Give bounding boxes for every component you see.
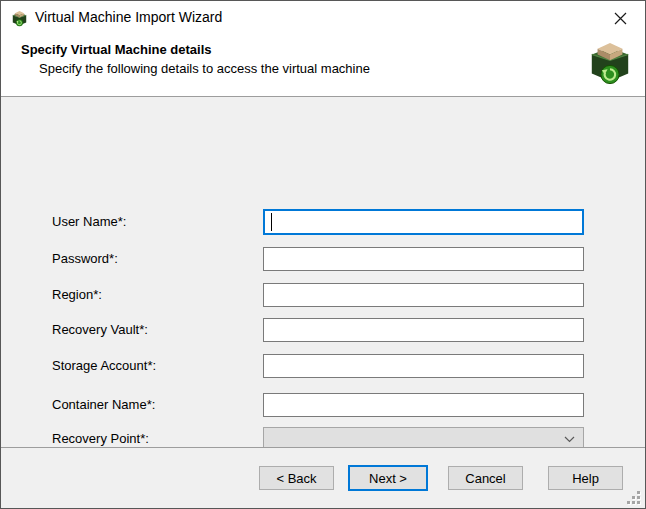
form-row: Storage Account*: bbox=[1, 354, 645, 378]
wizard-header: Specify Virtual Machine details Specify … bbox=[1, 37, 645, 96]
storage-account-input[interactable] bbox=[263, 354, 584, 378]
recovery-vault-input[interactable] bbox=[263, 318, 584, 342]
form-row: Container Name*: bbox=[1, 393, 645, 417]
user-name-label: User Name*: bbox=[52, 209, 126, 235]
app-box-icon bbox=[11, 10, 28, 27]
title-bar: Virtual Machine Import Wizard bbox=[1, 1, 645, 37]
region-input[interactable] bbox=[263, 283, 584, 307]
container-name-label: Container Name*: bbox=[52, 393, 155, 417]
cancel-button[interactable]: Cancel bbox=[448, 466, 523, 490]
close-icon bbox=[613, 11, 628, 26]
wizard-box-icon bbox=[587, 39, 633, 87]
form-row: Password*: bbox=[1, 247, 645, 271]
page-title: Specify Virtual Machine details bbox=[21, 42, 212, 57]
window-title: Virtual Machine Import Wizard bbox=[35, 9, 222, 25]
form-row: Region*: bbox=[1, 283, 645, 307]
resize-grip[interactable] bbox=[626, 490, 642, 506]
text-caret bbox=[271, 213, 272, 231]
close-button[interactable] bbox=[599, 3, 641, 33]
storage-account-label: Storage Account*: bbox=[52, 354, 156, 378]
back-button[interactable]: < Back bbox=[259, 466, 334, 490]
recovery-vault-label: Recovery Vault*: bbox=[52, 318, 148, 342]
form-row: User Name*: bbox=[1, 209, 645, 235]
password-label: Password*: bbox=[52, 247, 118, 271]
form-panel: User Name*: Password*: Region*: Recovery… bbox=[1, 97, 645, 447]
region-label: Region*: bbox=[52, 283, 102, 307]
next-button[interactable]: Next > bbox=[348, 465, 428, 491]
virtual-machine-import-wizard-window: Virtual Machine Import Wizard Specify Vi… bbox=[0, 0, 646, 509]
container-name-input[interactable] bbox=[263, 393, 584, 417]
form-row: Recovery Vault*: bbox=[1, 318, 645, 342]
user-name-input[interactable] bbox=[263, 209, 584, 235]
help-button[interactable]: Help bbox=[548, 466, 623, 490]
button-bar: < Back Next > Cancel Help bbox=[1, 448, 645, 509]
chevron-down-icon bbox=[564, 436, 575, 443]
page-subtitle: Specify the following details to access … bbox=[39, 61, 370, 76]
password-input[interactable] bbox=[263, 247, 584, 271]
